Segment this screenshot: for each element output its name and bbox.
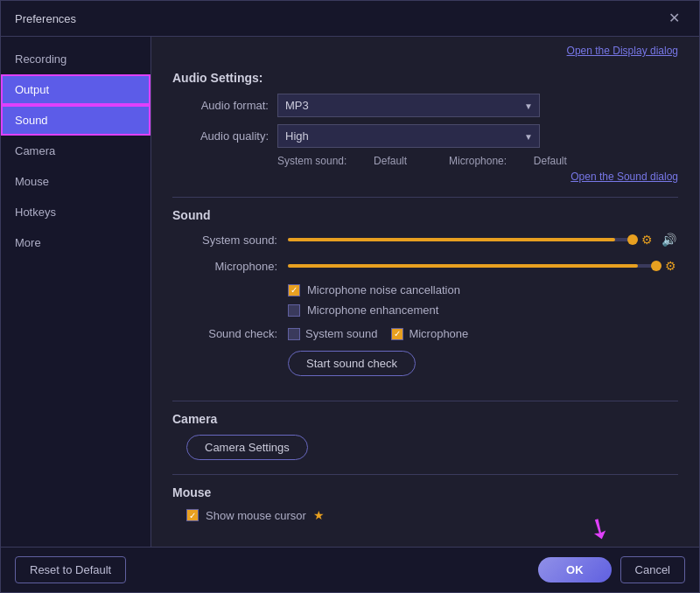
system-sound-slider-fill: [288, 238, 615, 241]
sidebar-item-mouse[interactable]: Mouse: [1, 166, 150, 197]
system-sound-slider-thumb: [627, 234, 638, 245]
system-sound-icons: ⚙ 🔊: [640, 231, 678, 248]
mic-check-mark: ✓: [392, 329, 402, 339]
noise-cancel-checkbox[interactable]: ✓: [288, 284, 300, 296]
open-sound-dialog-row: Open the Sound dialog: [172, 171, 678, 183]
audio-quality-select[interactable]: Low Medium High Very High: [277, 124, 540, 148]
sidebar-item-hotkeys[interactable]: Hotkeys: [1, 197, 150, 227]
mic-enhance-label[interactable]: Microphone enhancement: [288, 303, 438, 317]
preferences-dialog: Preferences ✕ Recording Output Sound Cam…: [0, 0, 700, 593]
system-sound-info: System sound: Default: [277, 155, 428, 167]
ok-button[interactable]: OK: [538, 557, 612, 583]
mic-check-box[interactable]: ✓: [391, 328, 403, 340]
mouse-check-row: ✓ Show mouse cursor ★: [172, 508, 678, 522]
top-link-area: Open the Display dialog: [172, 37, 678, 60]
title-bar: Preferences ✕: [1, 1, 699, 37]
sidebar-item-recording[interactable]: Recording: [1, 44, 150, 74]
show-cursor-check-mark: ✓: [187, 510, 198, 520]
mic-check-option[interactable]: ✓ Microphone: [391, 327, 468, 340]
mic-enhance-text: Microphone enhancement: [307, 303, 438, 317]
open-display-link[interactable]: Open the Display dialog: [567, 45, 678, 57]
system-sound-label: System sound:: [277, 155, 346, 167]
dialog-title: Preferences: [15, 12, 76, 25]
system-check-option[interactable]: System sound: [288, 327, 377, 340]
audio-quality-row: Audio quality: Low Medium High Very High: [172, 124, 678, 148]
microphone-slider-track[interactable]: [288, 264, 656, 268]
microphone-gear-icon[interactable]: ⚙: [663, 257, 678, 275]
audio-format-select[interactable]: MP3 AAC WAV FLAC: [277, 94, 540, 117]
system-sound-volume-icon[interactable]: 🔊: [660, 231, 678, 248]
reset-to-default-button[interactable]: Reset to Default: [15, 556, 126, 583]
system-sound-value: Default: [374, 155, 407, 167]
system-sound-gear-icon[interactable]: ⚙: [640, 231, 654, 248]
sidebar-item-output[interactable]: Output: [1, 74, 150, 105]
start-sound-check-button[interactable]: Start sound check: [288, 351, 416, 376]
mic-check-text: Microphone: [409, 327, 468, 340]
default-info-row: System sound: Default Microphone: Defaul…: [172, 155, 678, 167]
show-cursor-checkbox[interactable]: ✓: [186, 509, 199, 521]
noise-cancel-row: ✓ Microphone noise cancellation: [172, 283, 678, 296]
footer: Reset to Default OK Cancel: [1, 547, 699, 592]
close-button[interactable]: ✕: [663, 10, 685, 27]
audio-quality-label: Audio quality:: [172, 129, 269, 143]
audio-format-row: Audio format: MP3 AAC WAV FLAC: [172, 94, 678, 117]
audio-format-select-wrapper: MP3 AAC WAV FLAC: [277, 94, 540, 117]
audio-settings-heading: Audio Settings:: [172, 71, 678, 85]
main-layout: Recording Output Sound Camera Mouse Hotk…: [1, 37, 699, 547]
audio-settings-block: Audio Settings: Audio format: MP3 AAC WA…: [172, 71, 678, 183]
sidebar: Recording Output Sound Camera Mouse Hotk…: [1, 37, 151, 547]
sound-check-row: Sound check: System sound ✓ Microphone: [172, 327, 678, 340]
divider-1: [172, 197, 678, 198]
sound-section: Sound System sound: ⚙ 🔊: [172, 208, 678, 387]
system-check-box[interactable]: [288, 328, 300, 340]
sound-heading: Sound: [172, 208, 678, 222]
camera-settings-button[interactable]: Camera Settings: [186, 435, 308, 460]
divider-3: [172, 474, 678, 475]
microphone-info: Microphone: Default: [449, 155, 588, 167]
microphone-slider-thumb: [651, 261, 662, 271]
noise-cancel-text: Microphone noise cancellation: [307, 283, 460, 296]
sidebar-item-camera[interactable]: Camera: [1, 136, 150, 166]
system-sound-slider-track[interactable]: [288, 238, 633, 241]
mic-enhance-row: Microphone enhancement: [172, 303, 678, 317]
system-check-text: System sound: [305, 327, 377, 340]
microphone-icons: ⚙: [663, 257, 678, 275]
cancel-button[interactable]: Cancel: [620, 556, 685, 583]
noise-cancel-label[interactable]: ✓ Microphone noise cancellation: [288, 283, 460, 296]
content-area: Open the Display dialog Audio Settings: …: [151, 37, 699, 547]
noise-cancel-check-mark: ✓: [290, 285, 298, 295]
camera-heading: Camera: [172, 412, 678, 426]
camera-section: Camera Camera Settings: [172, 412, 678, 460]
microphone-slider-row: Microphone: ⚙: [172, 257, 678, 275]
microphone-value: Default: [534, 155, 567, 167]
microphone-slider-label: Microphone:: [172, 260, 277, 273]
sidebar-item-sound[interactable]: Sound: [1, 105, 150, 136]
footer-right: OK Cancel: [538, 556, 685, 583]
sound-check-options: System sound ✓ Microphone: [288, 327, 468, 340]
audio-format-label: Audio format:: [172, 99, 269, 112]
divider-2: [172, 401, 678, 401]
open-sound-dialog-link[interactable]: Open the Sound dialog: [570, 171, 678, 183]
microphone-slider-fill: [288, 264, 638, 268]
mouse-heading: Mouse: [172, 485, 678, 499]
mic-enhance-checkbox[interactable]: [288, 304, 300, 317]
microphone-label: Microphone:: [449, 155, 507, 167]
audio-quality-select-wrapper: Low Medium High Very High: [277, 124, 540, 148]
system-sound-slider-row: System sound: ⚙ 🔊: [172, 231, 678, 248]
mouse-section: Mouse ✓ Show mouse cursor ★: [172, 485, 678, 522]
show-cursor-text: Show mouse cursor: [206, 509, 306, 522]
star-icon: ★: [313, 508, 325, 522]
sound-check-label: Sound check:: [172, 327, 277, 340]
system-sound-slider-label: System sound:: [172, 234, 277, 247]
sidebar-item-more[interactable]: More: [1, 227, 150, 258]
